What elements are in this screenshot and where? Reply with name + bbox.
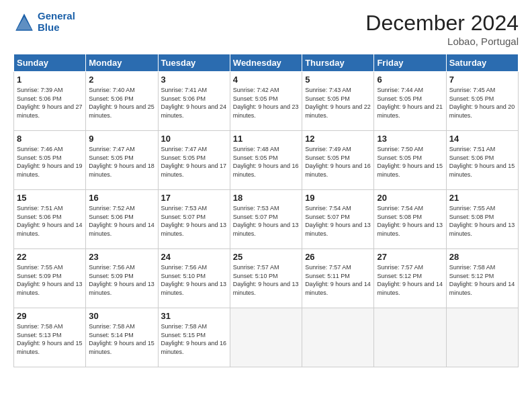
day-info: Sunrise: 7:39 AMSunset: 5:06 PMDaylight:… xyxy=(17,86,83,120)
calendar-week-row: 29Sunrise: 7:58 AMSunset: 5:13 PMDayligh… xyxy=(14,308,519,367)
day-info: Sunrise: 7:54 AMSunset: 5:07 PMDaylight:… xyxy=(305,204,371,238)
day-info: Sunrise: 7:55 AMSunset: 5:09 PMDaylight:… xyxy=(17,263,83,297)
day-number: 18 xyxy=(233,193,299,203)
day-info: Sunrise: 7:46 AMSunset: 5:05 PMDaylight:… xyxy=(17,145,83,179)
table-row: 18Sunrise: 7:53 AMSunset: 5:07 PMDayligh… xyxy=(230,190,302,249)
table-row: 6Sunrise: 7:44 AMSunset: 5:05 PMDaylight… xyxy=(374,72,446,131)
day-info: Sunrise: 7:58 AMSunset: 5:15 PMDaylight:… xyxy=(161,322,227,356)
header-sunday: Sunday xyxy=(14,54,86,72)
day-info: Sunrise: 7:51 AMSunset: 5:06 PMDaylight:… xyxy=(449,145,515,179)
table-row: 10Sunrise: 7:47 AMSunset: 5:05 PMDayligh… xyxy=(158,131,230,190)
day-number: 8 xyxy=(17,134,83,144)
day-info: Sunrise: 7:57 AMSunset: 5:11 PMDaylight:… xyxy=(305,263,371,297)
month-title: December 2024 xyxy=(365,11,519,36)
table-row: 16Sunrise: 7:52 AMSunset: 5:06 PMDayligh… xyxy=(86,190,158,249)
day-number: 27 xyxy=(377,252,443,262)
header-saturday: Saturday xyxy=(446,54,518,72)
table-row: 11Sunrise: 7:48 AMSunset: 5:05 PMDayligh… xyxy=(230,131,302,190)
day-info: Sunrise: 7:49 AMSunset: 5:05 PMDaylight:… xyxy=(305,145,371,179)
day-number: 5 xyxy=(305,75,371,85)
day-info: Sunrise: 7:45 AMSunset: 5:05 PMDaylight:… xyxy=(449,86,515,120)
day-number: 19 xyxy=(305,193,371,203)
location: Lobao, Portugal xyxy=(365,36,519,47)
day-info: Sunrise: 7:51 AMSunset: 5:06 PMDaylight:… xyxy=(17,204,83,238)
weekday-header-row: Sunday Monday Tuesday Wednesday Thursday… xyxy=(14,54,519,72)
table-row: 25Sunrise: 7:57 AMSunset: 5:10 PMDayligh… xyxy=(230,249,302,308)
table-row: 12Sunrise: 7:49 AMSunset: 5:05 PMDayligh… xyxy=(302,131,374,190)
table-row: 17Sunrise: 7:53 AMSunset: 5:07 PMDayligh… xyxy=(158,190,230,249)
day-number: 3 xyxy=(161,75,227,85)
day-number: 15 xyxy=(17,193,83,203)
calendar: Sunday Monday Tuesday Wednesday Thursday… xyxy=(13,54,519,367)
table-row: 9Sunrise: 7:47 AMSunset: 5:05 PMDaylight… xyxy=(86,131,158,190)
table-row: 22Sunrise: 7:55 AMSunset: 5:09 PMDayligh… xyxy=(14,249,86,308)
svg-marker-1 xyxy=(17,17,32,30)
table-row: 21Sunrise: 7:55 AMSunset: 5:08 PMDayligh… xyxy=(446,190,518,249)
day-info: Sunrise: 7:44 AMSunset: 5:05 PMDaylight:… xyxy=(377,86,443,120)
day-number: 21 xyxy=(449,193,515,203)
logo-icon xyxy=(13,11,35,33)
day-number: 6 xyxy=(377,75,443,85)
table-row xyxy=(374,308,446,367)
day-number: 24 xyxy=(161,252,227,262)
header-wednesday: Wednesday xyxy=(230,54,302,72)
day-info: Sunrise: 7:42 AMSunset: 5:05 PMDaylight:… xyxy=(233,86,299,120)
table-row: 27Sunrise: 7:57 AMSunset: 5:12 PMDayligh… xyxy=(374,249,446,308)
day-info: Sunrise: 7:58 AMSunset: 5:13 PMDaylight:… xyxy=(17,322,83,356)
day-info: Sunrise: 7:53 AMSunset: 5:07 PMDaylight:… xyxy=(161,204,227,238)
day-info: Sunrise: 7:56 AMSunset: 5:09 PMDaylight:… xyxy=(89,263,154,297)
day-number: 4 xyxy=(233,75,299,85)
day-info: Sunrise: 7:50 AMSunset: 5:05 PMDaylight:… xyxy=(377,145,443,179)
day-number: 13 xyxy=(377,134,443,144)
table-row: 23Sunrise: 7:56 AMSunset: 5:09 PMDayligh… xyxy=(86,249,158,308)
day-number: 22 xyxy=(17,252,83,262)
table-row: 13Sunrise: 7:50 AMSunset: 5:05 PMDayligh… xyxy=(374,131,446,190)
day-info: Sunrise: 7:48 AMSunset: 5:05 PMDaylight:… xyxy=(233,145,299,179)
logo-text: General Blue xyxy=(38,11,75,33)
page: General Blue December 2024 Lobao, Portug… xyxy=(0,0,532,411)
day-info: Sunrise: 7:53 AMSunset: 5:07 PMDaylight:… xyxy=(233,204,299,238)
calendar-week-row: 15Sunrise: 7:51 AMSunset: 5:06 PMDayligh… xyxy=(14,190,519,249)
table-row xyxy=(446,308,518,367)
day-number: 29 xyxy=(17,311,83,321)
table-row: 5Sunrise: 7:43 AMSunset: 5:05 PMDaylight… xyxy=(302,72,374,131)
table-row: 26Sunrise: 7:57 AMSunset: 5:11 PMDayligh… xyxy=(302,249,374,308)
table-row: 31Sunrise: 7:58 AMSunset: 5:15 PMDayligh… xyxy=(158,308,230,367)
calendar-week-row: 22Sunrise: 7:55 AMSunset: 5:09 PMDayligh… xyxy=(14,249,519,308)
day-number: 2 xyxy=(89,75,154,85)
day-number: 16 xyxy=(89,193,154,203)
table-row: 4Sunrise: 7:42 AMSunset: 5:05 PMDaylight… xyxy=(230,72,302,131)
table-row: 7Sunrise: 7:45 AMSunset: 5:05 PMDaylight… xyxy=(446,72,518,131)
table-row: 30Sunrise: 7:58 AMSunset: 5:14 PMDayligh… xyxy=(86,308,158,367)
day-info: Sunrise: 7:43 AMSunset: 5:05 PMDaylight:… xyxy=(305,86,371,120)
day-info: Sunrise: 7:52 AMSunset: 5:06 PMDaylight:… xyxy=(89,204,154,238)
day-number: 14 xyxy=(449,134,515,144)
day-number: 20 xyxy=(377,193,443,203)
table-row xyxy=(302,308,374,367)
day-number: 9 xyxy=(89,134,154,144)
table-row: 19Sunrise: 7:54 AMSunset: 5:07 PMDayligh… xyxy=(302,190,374,249)
header-monday: Monday xyxy=(86,54,158,72)
day-number: 30 xyxy=(89,311,154,321)
table-row: 15Sunrise: 7:51 AMSunset: 5:06 PMDayligh… xyxy=(14,190,86,249)
title-block: December 2024 Lobao, Portugal xyxy=(365,11,519,47)
table-row: 3Sunrise: 7:41 AMSunset: 5:06 PMDaylight… xyxy=(158,72,230,131)
table-row: 24Sunrise: 7:56 AMSunset: 5:10 PMDayligh… xyxy=(158,249,230,308)
day-number: 7 xyxy=(449,75,515,85)
day-number: 23 xyxy=(89,252,154,262)
header-friday: Friday xyxy=(374,54,446,72)
header-tuesday: Tuesday xyxy=(158,54,230,72)
day-info: Sunrise: 7:55 AMSunset: 5:08 PMDaylight:… xyxy=(449,204,515,238)
header: General Blue December 2024 Lobao, Portug… xyxy=(13,11,519,47)
logo: General Blue xyxy=(13,11,75,33)
day-number: 26 xyxy=(305,252,371,262)
table-row: 14Sunrise: 7:51 AMSunset: 5:06 PMDayligh… xyxy=(446,131,518,190)
table-row: 29Sunrise: 7:58 AMSunset: 5:13 PMDayligh… xyxy=(14,308,86,367)
day-info: Sunrise: 7:58 AMSunset: 5:14 PMDaylight:… xyxy=(89,322,154,356)
calendar-week-row: 8Sunrise: 7:46 AMSunset: 5:05 PMDaylight… xyxy=(14,131,519,190)
day-number: 28 xyxy=(449,252,515,262)
day-info: Sunrise: 7:57 AMSunset: 5:12 PMDaylight:… xyxy=(377,263,443,297)
day-number: 10 xyxy=(161,134,227,144)
table-row: 8Sunrise: 7:46 AMSunset: 5:05 PMDaylight… xyxy=(14,131,86,190)
day-number: 17 xyxy=(161,193,227,203)
